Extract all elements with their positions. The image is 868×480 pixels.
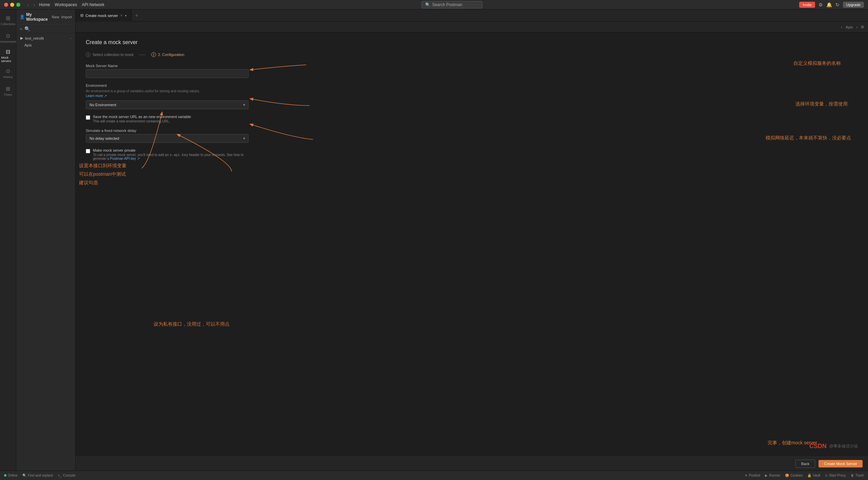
sidebar-item-environments[interactable]: ⊙ Environments <box>1 30 15 46</box>
find-replace-icon: 🔍 <box>22 474 26 477</box>
tree-item-apis-name: Apis <box>24 43 32 47</box>
secondary-toolbar: ‹ Apis › ⊞ <box>76 22 868 33</box>
find-replace-label: Find and replace <box>28 474 53 477</box>
apis-label: Apis <box>846 25 853 29</box>
sidebar-item-flows[interactable]: ⊞ Flows <box>1 83 15 99</box>
status-bar-right: ✦ Postbot ▶ Runner 🍪 Cookies 🔒 Vault ⊙ S… <box>745 474 864 477</box>
environment-select[interactable]: No Environment <box>86 100 249 109</box>
history-label: History <box>3 75 13 79</box>
cookies-item[interactable]: 🍪 Cookies <box>785 474 803 477</box>
menu-api-network[interactable]: API Network <box>82 2 104 7</box>
vault-icon: 🔒 <box>807 474 811 477</box>
menu-home[interactable]: Home <box>39 2 50 7</box>
upgrade-button[interactable]: Upgrade <box>843 2 864 8</box>
find-replace-item[interactable]: 🔍 Find and replace <box>22 474 53 477</box>
online-label: Online <box>8 474 18 477</box>
step-divider <box>139 55 146 55</box>
postbot-item[interactable]: ✦ Postbot <box>745 474 760 477</box>
invite-button[interactable]: Invite <box>799 2 815 8</box>
workspace-name: 👤 My Workspace <box>20 12 52 22</box>
environment-select-wrapper: No Environment <box>86 100 249 109</box>
postbot-icon: ✦ <box>745 474 747 477</box>
icon-sidebar: ⊞ Collections ⊙ Environments ⊟ Mock serv… <box>0 9 16 471</box>
collections-label: Collections <box>0 22 15 26</box>
start-proxy-item[interactable]: ⊙ Start Proxy <box>825 474 846 477</box>
bottom-bar: Back Create Mock Server <box>76 457 868 471</box>
watermark-handle: @事多做话少说 <box>829 443 858 449</box>
mock-name-input[interactable] <box>86 69 249 78</box>
private-desc: To call a private mock server, you'll ne… <box>93 153 249 160</box>
form-title: Create a mock server <box>86 39 249 45</box>
sidebar-item-mock-servers[interactable]: ⊟ Mock servers <box>1 47 15 64</box>
maximize-button[interactable] <box>16 3 20 7</box>
trash-item[interactable]: 🗑 Trash <box>851 474 864 477</box>
tree-item-name: test_retrofit <box>25 36 44 40</box>
traffic-lights <box>4 3 20 7</box>
step-2[interactable]: 2 2. Configuration <box>151 52 184 57</box>
sidebar-item-history[interactable]: ⊙ History <box>1 65 15 81</box>
sidebar-item-collections[interactable]: ⊞ Collections <box>1 12 15 28</box>
tab-create-mock[interactable]: ⊟ Create mock server ✕ ● <box>76 9 132 22</box>
search-tool-icon[interactable]: 🔍 <box>24 26 30 32</box>
api-key-link[interactable]: Postman API key ↗ <box>110 157 140 160</box>
import-button[interactable]: Import <box>61 15 72 19</box>
settings-icon[interactable]: ⚙ <box>818 2 823 7</box>
titlebar-left: ‹ › Home Workspaces API Network <box>4 1 104 8</box>
close-button[interactable] <box>4 3 8 7</box>
save-url-sub: This will create a new environment conta… <box>93 119 191 123</box>
main-area: ⊟ Create mock server ✕ ● + ‹ Apis › ⊞ Cr… <box>76 9 868 471</box>
sync-icon[interactable]: ↻ <box>835 2 840 7</box>
tree-item-test-retrofit[interactable]: ▶ test_retrofit • <box>16 35 75 42</box>
tree-icon: ▶ <box>20 36 23 40</box>
tab-close-icon[interactable]: ✕ <box>120 14 123 17</box>
add-tool-icon[interactable]: + <box>20 26 22 32</box>
search-bar[interactable]: 🔍 Search Postman <box>421 1 482 8</box>
tree-item-apis[interactable]: Apis <box>16 42 75 49</box>
step-1-circle: 1 <box>86 52 91 57</box>
save-url-text-container: Save the mock server URL as an new envir… <box>93 115 191 123</box>
delay-select[interactable]: No delay selected <box>86 134 249 143</box>
online-status[interactable]: Online <box>4 474 18 477</box>
vault-item[interactable]: 🔒 Vault <box>807 474 820 477</box>
save-url-checkbox[interactable] <box>86 115 90 120</box>
trash-icon: 🗑 <box>851 474 854 477</box>
runner-label: Runner <box>769 474 780 477</box>
private-row: Make mock server private To call a priva… <box>86 148 249 160</box>
step-1[interactable]: 1 Select collection to mock <box>86 52 134 57</box>
private-text-container: Make mock server private To call a priva… <box>93 148 249 160</box>
annotation-env: 选择环境变量，按需使用 <box>795 100 848 108</box>
forward-arrow-icon[interactable]: › <box>32 1 37 8</box>
titlebar-right: Invite ⚙ 🔔 ↻ Upgrade <box>799 2 864 8</box>
proxy-icon: ⊙ <box>825 474 828 477</box>
minimize-button[interactable] <box>10 3 14 7</box>
new-button[interactable]: New <box>52 15 59 19</box>
panel-tools: + 🔍 <box>16 25 75 33</box>
file-tree: ▶ test_retrofit • Apis <box>16 33 75 471</box>
create-mock-button[interactable]: Create Mock Server <box>818 460 863 467</box>
notification-icon[interactable]: 🔔 <box>826 2 832 7</box>
mock-form: Create a mock server 1 Select collection… <box>86 39 249 160</box>
grid-view-icon[interactable]: ⊞ <box>861 25 864 29</box>
console-item[interactable]: >_ Console <box>58 474 75 477</box>
mock-servers-icon: ⊟ <box>6 49 10 55</box>
status-bar: Online 🔍 Find and replace >_ Console ✦ P… <box>0 471 868 480</box>
search-placeholder-text: Search Postman <box>432 2 462 7</box>
private-checkbox[interactable] <box>86 149 90 153</box>
menu-workspaces[interactable]: Workspaces <box>55 2 77 7</box>
back-arrow-icon[interactable]: ‹ <box>26 1 30 8</box>
step-2-label: 2. Configuration <box>158 53 184 57</box>
learn-more-link[interactable]: Learn more ↗ <box>86 94 107 98</box>
collections-icon: ⊞ <box>6 15 10 21</box>
back-button[interactable]: Back <box>795 460 815 468</box>
annotation-create: 完事，创建mock server <box>768 439 817 446</box>
mock-name-label: Mock Server Name <box>86 64 249 68</box>
add-tab-button[interactable]: + <box>132 13 141 19</box>
delay-select-wrapper: No delay selected <box>86 134 249 143</box>
annotation-private: 设为私有接口，没用过，可以不用点 <box>154 321 230 328</box>
toolbar-right: ‹ Apis › ⊞ <box>841 25 864 29</box>
environment-desc: An environment is a group of variables u… <box>86 89 249 98</box>
runner-item[interactable]: ▶ Runner <box>765 474 780 477</box>
runner-icon: ▶ <box>765 474 768 477</box>
chevron-right-icon: › <box>856 25 857 29</box>
step-1-label: Select collection to mock <box>93 53 134 57</box>
